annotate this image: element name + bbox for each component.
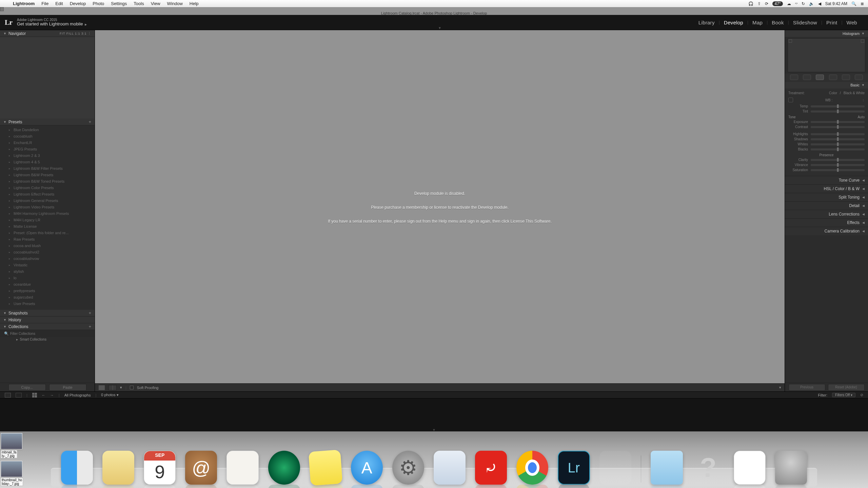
navigator-zoom-controls[interactable]: FIT FILL 1:1 3:1 ⋮ xyxy=(60,32,91,35)
dock-appstore-icon[interactable] xyxy=(351,451,383,485)
module-print[interactable]: Print xyxy=(822,20,841,25)
clip-highlights-icon[interactable] xyxy=(861,39,864,43)
toolbar-dropdown-icon[interactable]: ▾ xyxy=(120,385,122,390)
clip-shadows-icon[interactable] xyxy=(789,39,792,43)
filmstrip[interactable]: ▼ xyxy=(0,398,868,431)
dock-document-icon[interactable] xyxy=(734,451,766,485)
preset-folder[interactable]: cocoa and blush xyxy=(0,243,95,249)
redeye-tool[interactable] xyxy=(816,75,824,80)
treatment-color[interactable]: Color xyxy=(829,91,837,95)
preset-folder[interactable]: M4H Legacy LR xyxy=(0,217,95,223)
dock-calendar-icon[interactable]: SEP9 xyxy=(144,451,176,485)
preset-folder[interactable]: Lightroom B&W Toned Presets xyxy=(0,178,95,185)
cloud-icon[interactable]: ☁ xyxy=(787,1,791,6)
menu-settings[interactable]: Settings xyxy=(107,0,130,7)
auto-tone-button[interactable]: Auto xyxy=(857,115,865,119)
preset-folder[interactable]: stylish xyxy=(0,268,95,275)
identity-dropdown-icon[interactable]: ▶ xyxy=(85,23,87,26)
dock-unknown-app-icon[interactable] xyxy=(692,451,724,485)
window-minimize-button[interactable] xyxy=(10,9,14,13)
section-detail[interactable]: Detail◀ xyxy=(785,201,868,210)
menu-view[interactable]: View xyxy=(147,0,164,7)
vibrance-slider[interactable] xyxy=(811,164,865,166)
main-window-button[interactable] xyxy=(5,393,11,398)
section-effects[interactable]: Effects◀ xyxy=(785,218,868,227)
menu-edit[interactable]: Edit xyxy=(52,0,66,7)
preset-folder[interactable]: Lightroom 4 & 5 xyxy=(0,159,95,165)
preset-folder[interactable]: Blue Dandelion xyxy=(0,127,95,133)
shadows-slider[interactable] xyxy=(811,138,865,140)
dock-iphoto-icon[interactable] xyxy=(102,451,134,485)
grid-view-icon[interactable] xyxy=(32,393,37,398)
dock-contacts-icon[interactable] xyxy=(185,451,217,485)
source-label[interactable]: All Photographs xyxy=(64,393,91,397)
preset-folder[interactable]: Vintastic xyxy=(0,262,95,268)
module-book[interactable]: Book xyxy=(768,20,788,25)
histogram-header[interactable]: Histogram▼ xyxy=(785,30,868,37)
presets-header[interactable]: ▼Presets xyxy=(0,119,95,125)
menu-window[interactable]: Window xyxy=(164,0,186,7)
smart-collections-item[interactable]: ▸ Smart Collections xyxy=(0,337,95,342)
section-tonecurve[interactable]: Tone Curve◀ xyxy=(785,176,868,184)
collections-header[interactable]: ▼Collections xyxy=(0,323,95,330)
volume-icon[interactable]: 🔈 xyxy=(809,1,814,6)
history-header[interactable]: ▼History xyxy=(0,317,95,323)
desktop-file-thumbnail[interactable] xyxy=(1,461,22,477)
filter-lock-icon[interactable]: ⊘ xyxy=(860,393,863,397)
before-after-button[interactable] xyxy=(108,385,117,390)
timemachine-icon[interactable]: ↻ xyxy=(802,1,805,6)
basic-header[interactable]: Basic▼ xyxy=(785,82,868,88)
preset-folder[interactable]: Lightroom B&W Presets xyxy=(0,172,95,178)
window-close-button[interactable] xyxy=(3,9,7,13)
dock-acrobat-icon[interactable] xyxy=(475,451,507,485)
whites-slider[interactable] xyxy=(811,143,865,145)
preset-folder[interactable]: cocoablush xyxy=(0,133,95,140)
saturation-slider[interactable] xyxy=(811,169,865,171)
dock-mail-icon[interactable] xyxy=(434,451,466,485)
preset-folder[interactable]: cocoablushvow xyxy=(0,256,95,262)
menu-tools[interactable]: Tools xyxy=(130,0,147,7)
preset-folder[interactable]: User Presets xyxy=(0,301,95,307)
preset-folder[interactable]: M4H Harmony Lightroom Presets xyxy=(0,210,95,217)
preset-folder[interactable]: prettypresets xyxy=(0,288,95,294)
preset-folder[interactable]: Raw Presets xyxy=(0,236,95,243)
highlights-slider[interactable] xyxy=(811,133,865,135)
dock-stickies-icon[interactable] xyxy=(308,450,342,486)
module-map[interactable]: Map xyxy=(748,20,767,25)
fastswitch-icon[interactable]: ◀ xyxy=(818,1,821,6)
navigator-header[interactable]: ▼NavigatorFIT FILL 1:1 3:1 ⋮ xyxy=(0,30,95,37)
dock-trash-icon[interactable] xyxy=(775,451,807,485)
loupe-view-button[interactable] xyxy=(98,385,105,390)
preset-folder[interactable]: oceanblue xyxy=(0,281,95,288)
module-develop[interactable]: Develop xyxy=(720,20,747,25)
previous-button[interactable]: Previous xyxy=(789,384,825,391)
go-fwd-icon[interactable]: → xyxy=(50,393,54,397)
soft-proofing-checkbox[interactable] xyxy=(130,386,134,389)
temperature-indicator[interactable]: 47° xyxy=(772,1,783,6)
photo-count[interactable]: 0 photos ▾ xyxy=(101,393,118,397)
go-back-icon[interactable]: ← xyxy=(42,393,45,397)
dock-reminders-icon[interactable] xyxy=(226,451,258,485)
dock-downloads-folder-icon[interactable] xyxy=(651,451,683,485)
preset-folder[interactable]: EnchantLR xyxy=(0,140,95,146)
dock-chrome-icon[interactable] xyxy=(516,451,548,485)
headphones-icon[interactable]: 🎧 xyxy=(748,1,753,6)
crop-tool[interactable] xyxy=(790,75,798,80)
menu-help[interactable]: Help xyxy=(186,0,202,7)
notification-center-icon[interactable]: ≣ xyxy=(861,1,864,6)
preset-folder[interactable]: Lightroom 2 & 3 xyxy=(0,152,95,159)
panel-collapse-top-icon[interactable]: ▼ xyxy=(438,26,441,30)
preset-folder[interactable]: Preset: (Open this folder and re... xyxy=(0,230,95,236)
dock-systemprefs-icon[interactable] xyxy=(392,451,424,485)
dock-timemachine-icon[interactable] xyxy=(268,451,300,485)
preset-folder[interactable]: Lightroom Effect Presets xyxy=(0,191,95,198)
blacks-slider[interactable] xyxy=(811,148,865,150)
tint-slider[interactable] xyxy=(811,110,865,113)
filters-off-dropdown[interactable]: Filters Off ▾ xyxy=(832,393,855,397)
window-zoom-button[interactable] xyxy=(16,9,20,13)
preset-folder[interactable]: Lightroom B&W Filter Presets xyxy=(0,165,95,172)
section-split[interactable]: Split Toning◀ xyxy=(785,193,868,201)
paste-button[interactable]: Paste xyxy=(49,384,86,391)
section-calib[interactable]: Camera Calibration◀ xyxy=(785,227,868,235)
dropbox-icon[interactable]: ⇪ xyxy=(757,1,761,6)
